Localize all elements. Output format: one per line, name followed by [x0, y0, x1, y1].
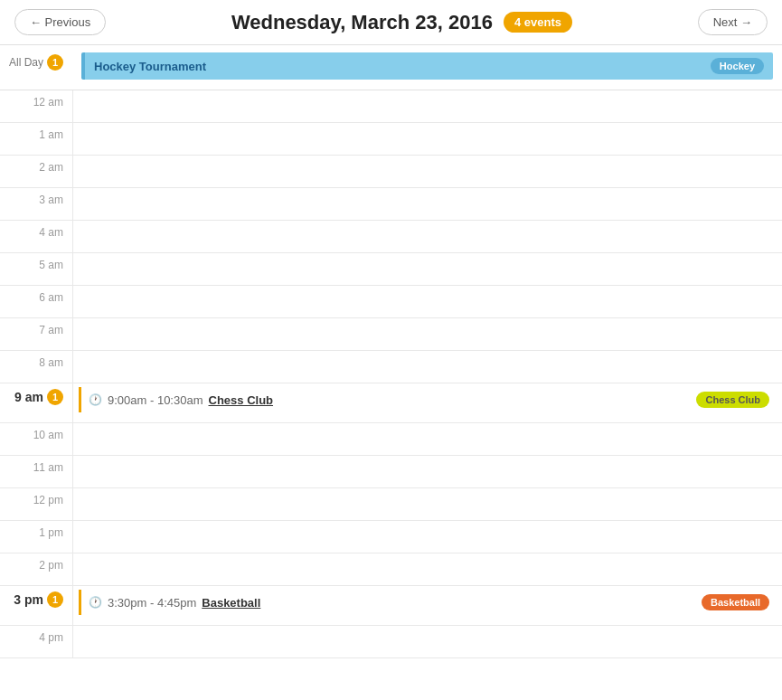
- clock-icon-9: 🕐: [89, 393, 102, 406]
- time-slot-12: [72, 488, 782, 520]
- time-label-4: 4 am: [0, 221, 72, 252]
- time-row-9-am: 9 am1🕐9:00am - 10:30amChess ClubChess Cl…: [0, 383, 782, 423]
- events-badge: 4 events: [504, 12, 572, 33]
- time-row-4-am: 4 am: [0, 221, 782, 253]
- allday-label: All Day: [9, 56, 43, 69]
- time-label-5: 5 am: [0, 253, 72, 285]
- time-row-6-am: 6 am: [0, 286, 782, 318]
- time-slot-16: [72, 626, 782, 657]
- allday-row: All Day 1 Hockey Tournament Hockey: [0, 45, 782, 90]
- time-label-11: 11 am: [0, 456, 72, 487]
- time-count-badge-9: 1: [47, 389, 63, 405]
- time-slot-8: [72, 351, 782, 383]
- time-slot-2: [72, 156, 782, 187]
- slot-event-tag-9: Chess Club: [696, 392, 769, 408]
- allday-count-badge: 1: [47, 54, 63, 71]
- time-label-14: 2 pm: [0, 553, 72, 585]
- time-slot-9[interactable]: 🕐9:00am - 10:30amChess ClubChess Club: [72, 383, 782, 422]
- time-slot-7: [72, 318, 782, 350]
- time-label-inner-9: 9 am1: [5, 389, 63, 405]
- header-date: Wednesday, March 23, 2016: [231, 11, 493, 34]
- allday-time-inner: All Day 1: [9, 54, 63, 71]
- time-label-7: 7 am: [0, 318, 72, 350]
- time-slot-14: [72, 553, 782, 585]
- time-slot-6: [72, 286, 782, 317]
- time-label-6: 6 am: [0, 286, 72, 317]
- time-row-2-am: 2 am: [0, 156, 782, 188]
- time-row-5-am: 5 am: [0, 253, 782, 286]
- time-label-12: 12 pm: [0, 488, 72, 520]
- time-row-1-am: 1 am: [0, 123, 782, 156]
- time-label-0: 12 am: [0, 90, 72, 122]
- time-count-badge-15: 1: [47, 591, 63, 608]
- header-center: Wednesday, March 23, 2016 4 events: [231, 11, 572, 34]
- time-row-2-pm: 2 pm: [0, 553, 782, 586]
- time-label-text-15: 3 pm: [14, 592, 43, 607]
- slot-event-title-9[interactable]: Chess Club: [209, 393, 274, 407]
- allday-time-cell: All Day 1: [0, 45, 72, 90]
- time-label-8: 8 am: [0, 351, 72, 383]
- time-slot-10: [72, 423, 782, 455]
- time-slot-3: [72, 188, 782, 220]
- time-row-3-am: 3 am: [0, 188, 782, 221]
- time-row-10-am: 10 am: [0, 423, 782, 456]
- time-rows-container: 12 am1 am2 am3 am4 am5 am6 am7 am8 am9 a…: [0, 90, 782, 658]
- time-label-3: 3 am: [0, 188, 72, 220]
- allday-event-tag: Hockey: [711, 58, 764, 74]
- time-row-4-pm: 4 pm: [0, 626, 782, 658]
- time-slot-5: [72, 253, 782, 285]
- time-label-15: 3 pm1: [0, 586, 72, 625]
- allday-events-area: Hockey Tournament Hockey: [72, 45, 782, 90]
- time-label-inner-15: 3 pm1: [5, 591, 63, 608]
- prev-button[interactable]: ← Previous: [14, 9, 106, 35]
- calendar-header: ← Previous Wednesday, March 23, 2016 4 e…: [0, 0, 782, 45]
- time-row-12-pm: 12 pm: [0, 488, 782, 521]
- time-slot-11: [72, 456, 782, 487]
- time-slot-13: [72, 521, 782, 553]
- time-label-13: 1 pm: [0, 521, 72, 553]
- allday-event-title: Hockey Tournament: [94, 60, 206, 73]
- slot-event-time-15: 3:30pm - 4:45pm: [108, 596, 196, 610]
- slot-event-time-9: 9:00am - 10:30am: [108, 393, 203, 407]
- slot-event-tag-15: Basketball: [702, 594, 769, 610]
- time-row-11-am: 11 am: [0, 456, 782, 488]
- time-row-12-am: 12 am: [0, 90, 782, 123]
- slot-event-15[interactable]: 🕐3:30pm - 4:45pmBasketballBasketball: [79, 590, 777, 615]
- time-slot-1: [72, 123, 782, 155]
- time-slot-0: [72, 90, 782, 122]
- time-slot-15[interactable]: 🕐3:30pm - 4:45pmBasketballBasketball: [72, 586, 782, 625]
- clock-icon-15: 🕐: [89, 596, 102, 609]
- time-label-1: 1 am: [0, 123, 72, 155]
- time-row-7-am: 7 am: [0, 318, 782, 351]
- time-slot-4: [72, 221, 782, 252]
- slot-event-title-15[interactable]: Basketball: [202, 596, 260, 610]
- calendar-body: All Day 1 Hockey Tournament Hockey 12 am…: [0, 45, 782, 658]
- slot-event-info-9: 🕐9:00am - 10:30amChess Club: [89, 393, 273, 407]
- time-label-10: 10 am: [0, 423, 72, 455]
- time-row-1-pm: 1 pm: [0, 521, 782, 553]
- next-button[interactable]: Next →: [698, 9, 768, 35]
- allday-event[interactable]: Hockey Tournament Hockey: [81, 52, 773, 80]
- time-row-8-am: 8 am: [0, 351, 782, 383]
- time-label-9: 9 am1: [0, 383, 72, 422]
- slot-event-9[interactable]: 🕐9:00am - 10:30amChess ClubChess Club: [79, 387, 777, 412]
- time-row-3-pm: 3 pm1🕐3:30pm - 4:45pmBasketballBasketbal…: [0, 586, 782, 626]
- time-label-2: 2 am: [0, 156, 72, 187]
- slot-event-info-15: 🕐3:30pm - 4:45pmBasketball: [89, 596, 260, 610]
- time-label-16: 4 pm: [0, 626, 72, 657]
- time-label-text-9: 9 am: [14, 390, 43, 404]
